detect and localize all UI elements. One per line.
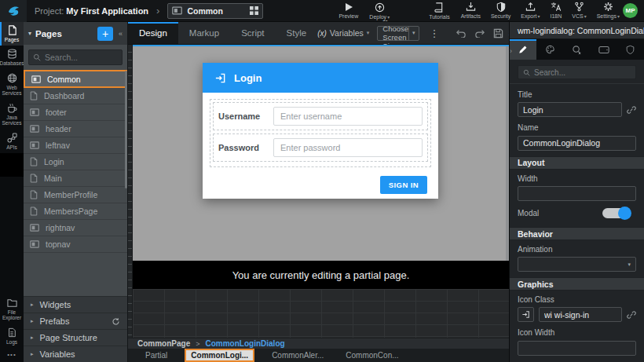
page-item-topnav[interactable]: topnav <box>24 236 127 253</box>
sidebar-item-logs[interactable]: Logs <box>0 324 24 348</box>
tab-commonconfirmdialog[interactable]: CommonCon... <box>341 349 403 362</box>
tab-properties-pencil[interactable] <box>510 39 536 60</box>
top-bar-right-tools: Artifacts Security Export▾ I18N <box>461 2 620 20</box>
sidebar-item-databases[interactable]: Databases <box>0 46 24 69</box>
partial-icon <box>30 108 39 116</box>
bind-link-icon[interactable] <box>627 105 636 115</box>
icon-preview-box[interactable] <box>518 307 534 322</box>
tab-commonalertdialog[interactable]: CommonAler... <box>267 349 328 362</box>
width-field-input[interactable] <box>518 186 636 201</box>
page-item-memberspage[interactable]: MembersPage <box>24 203 127 220</box>
settings-button[interactable]: Settings▾ <box>597 2 620 19</box>
animation-select[interactable]: ▾ <box>518 257 636 272</box>
export-icon <box>525 2 536 12</box>
page-item-login[interactable]: Login <box>24 154 127 170</box>
refresh-icon[interactable] <box>112 317 120 326</box>
page-item-memberprofile[interactable]: MemberProfile <box>24 187 127 203</box>
tab-security-shield[interactable] <box>617 39 644 60</box>
more-options-icon[interactable]: ••• <box>0 348 24 362</box>
graphics-section-header[interactable]: Graphics <box>510 277 644 291</box>
add-page-button[interactable]: + <box>97 27 113 41</box>
properties-search-input[interactable] <box>534 68 631 77</box>
panel-collapse-chevron-icon[interactable]: › <box>510 47 512 55</box>
page-item-leftnav[interactable]: leftnav <box>24 137 127 154</box>
activity-bar-dark-block <box>0 153 24 177</box>
tab-device[interactable] <box>591 39 617 60</box>
name-field-input[interactable] <box>518 136 636 151</box>
password-input[interactable] <box>273 138 423 157</box>
screen-size-select[interactable]: -- Choose Screen Size -- ▾ <box>377 26 419 41</box>
vcs-button[interactable]: VCS▾ <box>572 2 586 19</box>
page-item-common[interactable]: Common <box>24 70 127 88</box>
section-page-structure[interactable]: ▸ Page Structure <box>24 329 127 346</box>
sidebar-item-apis[interactable]: APIs <box>0 130 24 153</box>
tab-commonlogindialog[interactable]: CommonLogi... <box>185 349 254 362</box>
redo-icon[interactable] <box>474 28 485 38</box>
breadcrumb-current[interactable]: CommonLoginDialog <box>206 339 285 348</box>
i18n-button[interactable]: I18N <box>550 2 562 19</box>
sidebar-item-file-explorer[interactable]: File Explorer <box>0 294 24 324</box>
page-icon <box>30 157 38 166</box>
grid-picker-icon[interactable] <box>250 6 258 15</box>
behavior-section-header[interactable]: Behavior <box>510 227 644 240</box>
pages-search-input[interactable] <box>45 53 118 62</box>
section-widgets[interactable]: ▸ Widgets <box>24 296 127 313</box>
username-form-row[interactable]: Username <box>213 102 428 130</box>
tutorials-button[interactable]: Tutorials <box>429 2 450 20</box>
design-canvas[interactable]: Login Username Password <box>128 45 509 338</box>
sidebar-item-label: Databases <box>0 60 24 66</box>
undo-icon[interactable] <box>456 28 467 38</box>
save-icon[interactable] <box>493 28 503 38</box>
modal-toggle[interactable] <box>602 208 625 218</box>
collapse-caret-icon[interactable]: ▾ <box>28 30 31 37</box>
tab-design[interactable]: Design <box>128 22 178 44</box>
tab-style[interactable]: Style <box>276 22 318 44</box>
tab-script[interactable]: Script <box>230 22 275 44</box>
icon-width-input[interactable] <box>518 341 636 356</box>
kebab-menu-icon[interactable]: ⋮ <box>430 27 440 39</box>
sidebar-item-web-services[interactable]: Web Services <box>0 70 24 100</box>
tab-markup[interactable]: Markup <box>178 22 230 44</box>
sidebar-item-java-services[interactable]: Java Services <box>0 100 24 130</box>
sign-in-button[interactable]: SIGN IN <box>380 176 427 194</box>
title-field-input[interactable] <box>518 102 622 117</box>
pages-search[interactable] <box>28 49 123 65</box>
partial-icon <box>30 240 39 248</box>
section-prefabs[interactable]: ▸ Prefabs <box>24 313 127 329</box>
login-dialog-body: Username Password <box>203 93 438 171</box>
tab-partial[interactable]: Partial <box>141 349 172 362</box>
page-item-dashboard[interactable]: Dashboard <box>24 88 127 104</box>
bind-link-icon[interactable] <box>627 310 636 320</box>
page-item-footer[interactable]: footer <box>24 104 127 121</box>
page-item-header[interactable]: header <box>24 121 127 137</box>
icon-class-input[interactable] <box>539 307 622 322</box>
password-form-row[interactable]: Password <box>213 133 428 162</box>
export-button[interactable]: Export▾ <box>521 2 540 19</box>
login-dialog[interactable]: Login Username Password <box>203 63 438 199</box>
section-variables[interactable]: ▸ Variables <box>24 346 127 362</box>
tab-styles-palette[interactable] <box>536 39 563 60</box>
page-item-rightnav[interactable]: rightnav <box>24 220 127 236</box>
page-icon <box>30 190 38 199</box>
preview-button[interactable]: Preview <box>338 2 358 19</box>
pages-panel-sections: ▸ Widgets ▸ Prefabs ▸ Page Structure ▸ V… <box>24 296 127 362</box>
layout-section-header[interactable]: Layout <box>510 156 644 170</box>
user-avatar[interactable]: MP <box>623 3 638 18</box>
form-container[interactable]: Username Password <box>210 99 431 167</box>
panel-collapse-icon[interactable]: « <box>119 30 123 38</box>
activity-bar-spacer <box>0 177 24 294</box>
properties-search[interactable] <box>518 65 636 79</box>
sidebar-item-pages[interactable]: Pages <box>0 22 24 46</box>
breadcrumb-parent[interactable]: CommonPage <box>137 339 190 348</box>
page-item-main[interactable]: Main <box>24 170 127 187</box>
login-dialog-footer: SIGN IN <box>203 171 438 199</box>
username-input[interactable] <box>273 107 423 126</box>
partial-selector[interactable]: Common <box>167 3 263 19</box>
canvas-grid[interactable] <box>133 289 509 338</box>
wavemaker-logo-icon[interactable] <box>0 0 27 22</box>
artifacts-button[interactable]: Artifacts <box>461 2 481 19</box>
security-button[interactable]: Security <box>491 2 510 19</box>
variables-button[interactable]: (x) Variables ▾ <box>317 28 369 38</box>
tab-events[interactable] <box>563 39 590 60</box>
pages-scrollbar[interactable] <box>125 71 127 188</box>
